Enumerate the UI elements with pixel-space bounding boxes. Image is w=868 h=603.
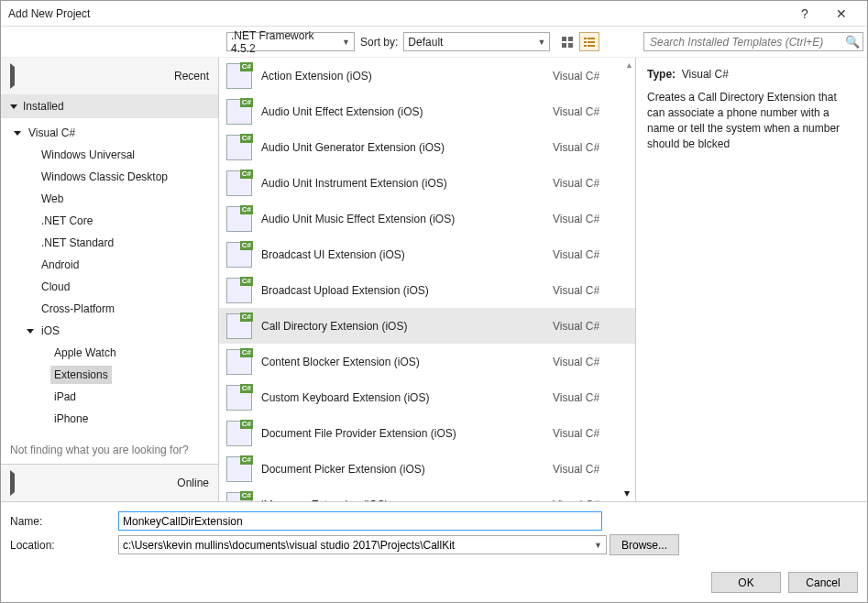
scrollbar[interactable]: ▴ bbox=[624, 60, 633, 499]
tree-node-extensions[interactable]: Extensions bbox=[1, 364, 218, 386]
template-row[interactable]: Broadcast Upload Extension (iOS)Visual C… bbox=[219, 272, 635, 308]
template-language: Visual C# bbox=[553, 391, 626, 404]
template-row[interactable]: Audio Unit Effect Extension (iOS)Visual … bbox=[219, 93, 635, 129]
chevron-right-icon bbox=[10, 63, 169, 89]
template-row[interactable]: Audio Unit Music Effect Extension (iOS)V… bbox=[219, 201, 635, 236]
view-grid-button[interactable] bbox=[557, 32, 577, 51]
template-row[interactable]: Audio Unit Generator Extension (iOS)Visu… bbox=[219, 129, 635, 165]
template-icon bbox=[226, 313, 252, 339]
template-row[interactable]: Custom Keyboard Extension (iOS)Visual C# bbox=[219, 379, 635, 415]
template-icon bbox=[226, 135, 252, 160]
search-input[interactable] bbox=[643, 32, 863, 51]
template-icon bbox=[226, 278, 252, 303]
template-name: Audio Unit Generator Extension (iOS) bbox=[261, 141, 544, 154]
template-row[interactable]: Call Directory Extension (iOS)Visual C# bbox=[219, 308, 635, 344]
template-language: Visual C# bbox=[553, 248, 626, 261]
browse-button[interactable]: Browse... bbox=[610, 534, 679, 555]
tree-node-cross-platform[interactable]: Cross-Platform bbox=[1, 298, 218, 320]
window-title: Add New Project bbox=[8, 7, 786, 20]
template-icon bbox=[226, 385, 252, 411]
template-icon bbox=[226, 492, 252, 502]
template-language: Visual C# bbox=[553, 213, 626, 225]
category-tree: Visual C# Windows Universal Windows Clas… bbox=[1, 118, 218, 436]
cancel-button[interactable]: Cancel bbox=[788, 572, 858, 593]
template-row[interactable]: Broadcast UI Extension (iOS)Visual C# bbox=[219, 236, 635, 272]
tree-node-cloud[interactable]: Cloud bbox=[1, 276, 218, 298]
template-language: Visual C# bbox=[553, 463, 626, 476]
template-icon bbox=[226, 63, 252, 89]
tree-node-windows-classic-desktop[interactable]: Windows Classic Desktop bbox=[1, 166, 218, 188]
template-name: Document File Provider Extension (iOS) bbox=[261, 427, 544, 440]
view-list-button[interactable] bbox=[579, 32, 599, 51]
template-icon bbox=[226, 170, 252, 196]
template-row[interactable]: Audio Unit Instrument Extension (iOS)Vis… bbox=[219, 165, 635, 201]
template-language: Visual C# bbox=[553, 320, 626, 333]
svg-rect-4 bbox=[584, 38, 587, 39]
tree-node-windows-universal[interactable]: Windows Universal bbox=[1, 144, 218, 166]
dialog-buttons: OK Cancel bbox=[1, 566, 867, 602]
template-name: Custom Keyboard Extension (iOS) bbox=[261, 391, 544, 404]
template-icon bbox=[226, 206, 252, 232]
name-input[interactable] bbox=[118, 511, 602, 531]
search-icon[interactable]: 🔍 bbox=[845, 35, 860, 49]
ok-button[interactable]: OK bbox=[711, 572, 781, 593]
template-name: Audio Unit Effect Extension (iOS) bbox=[261, 105, 544, 118]
template-row[interactable]: Document File Provider Extension (iOS)Vi… bbox=[219, 415, 635, 451]
tree-node-ios[interactable]: iOS bbox=[1, 320, 218, 342]
template-list-panel: ▴ Action Extension (iOS)Visual C#Audio U… bbox=[219, 58, 636, 501]
close-button[interactable]: ✕ bbox=[823, 6, 860, 21]
tree-node-android[interactable]: Android bbox=[1, 254, 218, 276]
tree-node-visual-csharp[interactable]: Visual C# bbox=[1, 122, 218, 144]
not-finding-link[interactable]: Not finding what you are looking for? bbox=[1, 436, 218, 464]
template-row[interactable]: Content Blocker Extension (iOS)Visual C# bbox=[219, 344, 635, 379]
scroll-up-icon[interactable]: ▴ bbox=[624, 60, 633, 71]
tree-node-apple-watch[interactable]: Apple Watch bbox=[1, 342, 218, 364]
tree-node-universal[interactable]: Universal bbox=[1, 430, 218, 436]
scroll-down-icon[interactable]: ▾ bbox=[624, 487, 633, 499]
name-label: Name: bbox=[10, 515, 111, 528]
location-input[interactable] bbox=[118, 535, 607, 554]
tree-node-web[interactable]: Web bbox=[1, 188, 218, 210]
bottom-panel: Name: Location: ▼ Browse... bbox=[1, 501, 867, 566]
framework-dropdown[interactable]: .NET Framework 4.5.2 ▼ bbox=[226, 32, 355, 51]
tree-node-net-standard[interactable]: .NET Standard bbox=[1, 232, 218, 254]
section-installed-label: Installed bbox=[23, 100, 64, 113]
info-type-value: Visual C# bbox=[682, 68, 729, 81]
template-language: Visual C# bbox=[553, 105, 626, 118]
info-panel: Type: Visual C# Creates a Call Directory… bbox=[636, 58, 867, 501]
template-language: Visual C# bbox=[553, 141, 626, 154]
template-icon bbox=[226, 99, 252, 125]
svg-rect-5 bbox=[588, 38, 595, 39]
template-language: Visual C# bbox=[553, 499, 626, 502]
info-type-label: Type: bbox=[647, 68, 676, 81]
template-name: Audio Unit Instrument Extension (iOS) bbox=[261, 177, 544, 190]
section-online[interactable]: Online bbox=[1, 464, 218, 501]
template-row[interactable]: Action Extension (iOS)Visual C# bbox=[219, 58, 635, 93]
template-name: Broadcast Upload Extension (iOS) bbox=[261, 284, 544, 297]
svg-rect-7 bbox=[588, 41, 595, 43]
template-row[interactable]: Document Picker Extension (iOS)Visual C# bbox=[219, 451, 635, 487]
tree-node-ipad[interactable]: iPad bbox=[1, 386, 218, 408]
tree-node-net-core[interactable]: .NET Core bbox=[1, 210, 218, 232]
grid-icon bbox=[561, 36, 574, 49]
sort-by-label: Sort by: bbox=[360, 36, 398, 49]
section-recent[interactable]: Recent bbox=[1, 58, 218, 94]
search-box[interactable]: 🔍 bbox=[643, 32, 860, 51]
svg-rect-0 bbox=[562, 37, 566, 41]
chevron-down-icon[interactable]: ▼ bbox=[594, 541, 602, 550]
template-language: Visual C# bbox=[553, 70, 626, 82]
template-name: Broadcast UI Extension (iOS) bbox=[261, 248, 544, 261]
section-installed[interactable]: Installed bbox=[1, 94, 218, 118]
framework-value: .NET Framework 4.5.2 bbox=[231, 29, 335, 55]
template-row[interactable]: iMessage Extension (iOS)Visual C# bbox=[219, 487, 635, 501]
template-icon bbox=[226, 349, 252, 375]
list-icon bbox=[583, 36, 596, 49]
sort-by-dropdown[interactable]: Default ▼ bbox=[403, 32, 550, 51]
top-toolbar: .NET Framework 4.5.2 ▼ Sort by: Default … bbox=[1, 27, 867, 58]
template-name: Call Directory Extension (iOS) bbox=[261, 320, 544, 333]
sort-by-value: Default bbox=[408, 36, 443, 49]
section-recent-label: Recent bbox=[174, 70, 209, 82]
tree-node-iphone[interactable]: iPhone bbox=[1, 408, 218, 430]
left-panel: Recent Installed Visual C# Windows Unive… bbox=[1, 58, 219, 501]
help-button[interactable]: ? bbox=[786, 6, 823, 21]
